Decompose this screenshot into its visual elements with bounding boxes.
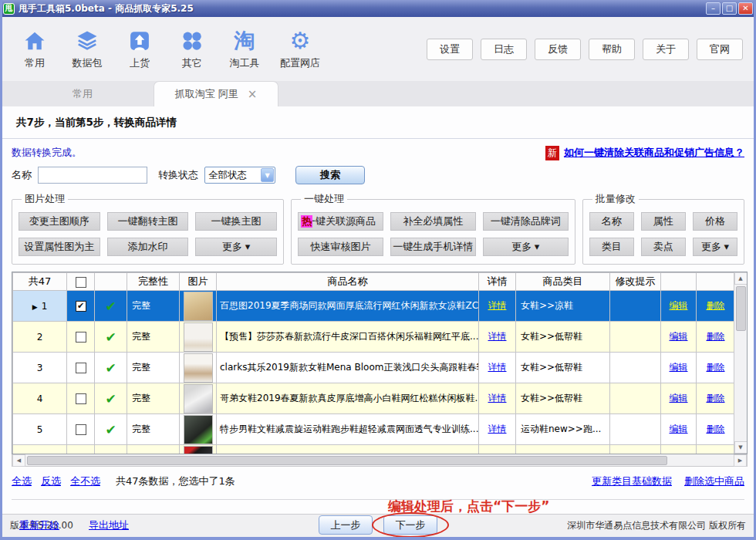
horizontal-scroll-thumb[interactable] — [27, 456, 667, 465]
add-watermark-button[interactable]: 添加水印 — [107, 238, 189, 256]
clover-icon — [180, 28, 204, 54]
deselect-all-link[interactable]: 全不选 — [70, 474, 100, 488]
edit-link[interactable]: 编辑 — [670, 362, 688, 373]
integrity-check-icon: ✔ — [105, 453, 116, 455]
delete-selected-link[interactable]: 删除选中商品 — [684, 474, 744, 488]
scroll-left-icon[interactable]: ◀ — [12, 454, 25, 467]
delete-link[interactable]: 删除 — [707, 393, 725, 403]
image-more-button[interactable]: 更多 ▾ — [195, 238, 277, 256]
minimize-button[interactable]: – — [706, 2, 721, 15]
settings-button[interactable]: 设置 — [427, 39, 473, 60]
name-search-input[interactable] — [38, 167, 147, 184]
horizontal-scrollbar[interactable]: ◀ ▶ — [12, 454, 748, 467]
nav-item-peizhiwangdian[interactable]: ⚙ 配置网店 — [280, 28, 320, 70]
edit-hint — [610, 322, 661, 353]
fill-required-attrs-button[interactable]: 补全必填属性 — [390, 212, 476, 231]
tab-label: 抓取淘宝 阿里 — [175, 87, 238, 101]
table-row[interactable]: 2 ✔ 完整 【预售】莎莎苏春新款流行牛皮深口百搭休闲乐福鞋网红平底... 详情… — [13, 322, 735, 353]
tab-changyong[interactable]: 常用 — [12, 81, 154, 106]
link-source-product-button[interactable]: 热 一键关联源商品 — [298, 212, 383, 231]
app-logo-icon: 甩 — [3, 3, 15, 15]
col-category: 商品类目 — [516, 273, 610, 291]
replace-main-image-button[interactable]: 一键换主图 — [195, 212, 277, 231]
detail-link[interactable]: 详情 — [488, 300, 507, 311]
batch-sellpoint-button[interactable]: 卖点 — [641, 238, 686, 256]
export-address-link[interactable]: 导出地址 — [89, 518, 129, 532]
about-button[interactable]: 关于 — [643, 39, 689, 60]
set-attr-image-main-button[interactable]: 设置属性图为主 — [19, 238, 100, 256]
window-title: 甩手工具箱5.0beta - 商品抓取专家5.25 — [19, 2, 706, 15]
batch-category-button[interactable]: 类目 — [589, 238, 634, 256]
table-row[interactable]: 4 ✔ 完整 哥弟女鞋2019春夏新款真皮厚底增高小白鞋网红松糕休闲板鞋... … — [13, 383, 735, 414]
oneclick-more-button[interactable]: 更多 ▾ — [483, 238, 569, 256]
edit-link[interactable]: 编辑 — [670, 393, 688, 403]
feedback-button[interactable]: 反馈 — [535, 39, 581, 60]
col-hint: 修改提示 — [610, 273, 661, 291]
status-select[interactable]: 全部状态 ▼ — [204, 167, 275, 184]
official-site-button[interactable]: 官网 — [697, 39, 743, 60]
nav-item-changyong[interactable]: 常用 — [18, 28, 52, 70]
select-all-link[interactable]: 全选 — [12, 474, 32, 488]
table-row[interactable]: 5 ✔ 完整 特步男鞋文鞋减震旋运动鞋跑步鞋超轻减震网面透气专业训练... 详情… — [13, 414, 735, 445]
restart-link[interactable]: 重新开始 — [19, 518, 59, 532]
delete-link[interactable]: 删除 — [707, 424, 725, 434]
log-button[interactable]: 日志 — [481, 39, 527, 60]
close-button[interactable]: ✕ — [738, 2, 753, 15]
detail-link[interactable]: 详情 — [488, 424, 507, 434]
batch-attr-button[interactable]: 属性 — [641, 212, 686, 231]
row-checkbox[interactable] — [76, 332, 86, 343]
delete-link[interactable]: 删除 — [707, 362, 725, 373]
help-link[interactable]: 如何一键清除关联商品和促销广告信息？ — [564, 146, 744, 160]
batch-more-button[interactable]: 更多 ▾ — [693, 238, 737, 256]
flip-main-image-button[interactable]: 一键翻转主图 — [107, 212, 189, 231]
integrity-check-icon: ✔ — [105, 360, 116, 376]
change-main-image-order-button[interactable]: 变更主图顺序 — [19, 212, 100, 231]
row-checkbox[interactable] — [76, 393, 86, 404]
generate-mobile-detail-button[interactable]: 一键生成手机详情 — [390, 238, 476, 256]
edit-link[interactable]: 编辑 — [670, 300, 688, 311]
table-row[interactable]: ▶1 ✔ ✔ 完整 百思图2019夏季商场同款网面厚底流行网红休闲新款女凉鞋ZC… — [13, 291, 735, 322]
table-row[interactable]: 6 ✔ 完整 李宁男鞋运动鞋男士夏季网面透气减震跑步鞋轻便专业训练... 详情 … — [13, 445, 735, 455]
tab-zhuaqu-taobao-ali[interactable]: 抓取淘宝 阿里 × — [154, 81, 278, 106]
help-button[interactable]: 帮助 — [589, 39, 635, 60]
toolbar-nav: 常用 数据包 上货 其它 淘 淘工 — [18, 28, 320, 70]
tab-close-icon[interactable]: × — [248, 87, 258, 101]
maximize-button[interactable]: □ — [722, 2, 737, 15]
row-checkbox[interactable] — [76, 424, 86, 435]
row-checkbox[interactable] — [76, 363, 86, 373]
action-groups: 图片处理 变更主图顺序 一键翻转主图 一键换主图 设置属性图为主 添加水印 更多… — [12, 192, 744, 265]
edit-link[interactable]: 编辑 — [670, 424, 688, 434]
scroll-up-icon[interactable]: ▲ — [734, 272, 748, 285]
detail-link[interactable]: 详情 — [488, 362, 507, 373]
invert-selection-link[interactable]: 反选 — [41, 474, 61, 488]
update-category-data-link[interactable]: 更新类目基础数据 — [592, 474, 672, 488]
delete-link[interactable]: 删除 — [707, 331, 725, 342]
batch-price-button[interactable]: 价格 — [693, 212, 737, 231]
detail-link[interactable]: 详情 — [488, 393, 507, 403]
delete-link[interactable]: 删除 — [707, 300, 725, 311]
previous-step-button[interactable]: 上一步 — [319, 515, 373, 535]
product-category: 女鞋>>凉鞋 — [516, 291, 610, 322]
vertical-scroll-thumb[interactable] — [736, 286, 746, 331]
select-all-checkbox[interactable] — [76, 277, 86, 288]
nav-item-shujubao[interactable]: 数据包 — [70, 28, 104, 70]
row-checkbox[interactable]: ✔ — [76, 301, 86, 312]
vertical-scrollbar[interactable]: ▲ ▼ — [734, 272, 747, 454]
integrity-check-icon: ✔ — [105, 299, 116, 314]
scroll-down-icon[interactable]: ▼ — [734, 441, 748, 454]
nav-item-taogongju[interactable]: 淘 淘工具 — [228, 28, 262, 70]
quick-review-images-button[interactable]: 快速审核图片 — [298, 238, 383, 256]
nav-item-qita[interactable]: 其它 — [175, 28, 209, 70]
edit-link[interactable]: 编辑 — [670, 331, 688, 342]
nav-item-shanghuo[interactable]: 上货 — [123, 28, 157, 70]
clear-brand-words-button[interactable]: 一键清除品牌词 — [483, 212, 569, 231]
product-category: 运动鞋new>>跑... — [516, 414, 610, 445]
step-indicator: 共7步，当前第5步，转换商品详情 — [2, 106, 754, 139]
chevron-down-icon[interactable]: ▼ — [261, 168, 274, 182]
table-row[interactable]: 3 ✔ 完整 clarks其乐2019新款女鞋Mena Bloom正装浅口尖头高… — [13, 353, 735, 383]
detail-link[interactable]: 详情 — [488, 331, 507, 342]
scroll-right-icon[interactable]: ▶ — [734, 454, 747, 467]
batch-name-button[interactable]: 名称 — [589, 212, 634, 231]
search-button[interactable]: 搜索 — [295, 166, 365, 184]
next-step-button[interactable]: 下一步 — [383, 515, 437, 535]
